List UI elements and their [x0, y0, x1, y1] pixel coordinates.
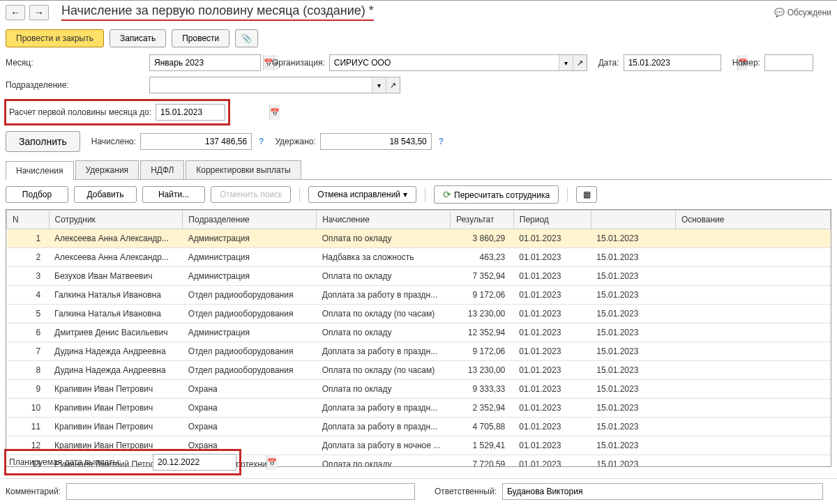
tab-3[interactable]: Корректировки выплаты [186, 160, 301, 179]
comment-input[interactable] [67, 484, 414, 499]
org-input[interactable] [330, 55, 559, 70]
table-row[interactable]: 10Крапивин Иван ПетровичОхранаДоплата за… [7, 399, 831, 418]
table-row[interactable]: 3Безухов Иван МатвеевичАдминистрацияОпла… [7, 267, 831, 286]
calendar-icon[interactable]: 📅 [266, 455, 277, 470]
calendar-icon[interactable]: 📅 [269, 105, 280, 120]
resp-input[interactable] [503, 484, 822, 499]
open-icon[interactable]: ↗ [386, 77, 400, 93]
fill-button[interactable]: Заполнить [6, 131, 80, 152]
table-row[interactable]: 2Алексеева Анна Александр...Администраци… [7, 248, 831, 267]
calc-to-input[interactable] [156, 105, 269, 120]
save-button[interactable]: Записать [110, 29, 166, 47]
table-row[interactable]: 1Алексеева Анна Александр...Администраци… [7, 229, 831, 248]
help-icon[interactable]: ? [439, 137, 444, 146]
table-row[interactable]: 6Дмитриев Денис ВасильевичАдминистрацияО… [7, 323, 831, 342]
dept-input[interactable] [150, 77, 372, 93]
recalc-button[interactable]: ⟳Пересчитать сотрудника [434, 185, 559, 204]
col-header[interactable]: N [7, 211, 50, 229]
chevron-down-icon: ▾ [403, 190, 407, 199]
post-button[interactable]: Провести [172, 29, 229, 47]
table-row[interactable]: 11Крапивин Иван ПетровичОхранаДоплата за… [7, 418, 831, 436]
org-label: Организация: [272, 58, 325, 68]
help-icon[interactable]: ? [259, 137, 264, 146]
calc-to-label: Расчет первой половины месяца до: [9, 107, 151, 117]
tab-0[interactable]: Начисления [6, 161, 74, 180]
resp-label: Ответственный: [435, 487, 497, 496]
col-header[interactable]: Основание [675, 211, 830, 229]
table-row[interactable]: 7Дудина Надежда АндреевнаОтдел радиообор… [7, 342, 831, 361]
tab-2[interactable]: НДФЛ [140, 160, 184, 179]
page-title: Начисление за первую половину месяца (со… [61, 3, 374, 21]
cancel-fix-button[interactable]: Отмена исправлений ▾ [308, 186, 416, 203]
paperclip-icon: 📎 [241, 33, 252, 43]
select-button[interactable]: Подбор [6, 186, 68, 203]
col-header[interactable]: Подразделение [183, 211, 317, 229]
nav-fwd[interactable]: → [29, 5, 49, 20]
plan-date-input[interactable] [153, 455, 266, 470]
col-header[interactable]: Сотрудник [49, 211, 183, 229]
table-row[interactable]: 4Галкина Наталья ИвановнаОтдел радиообор… [7, 286, 831, 305]
comment-label: Комментарий: [6, 487, 61, 496]
month-label: Месяц: [6, 58, 145, 68]
discuss-link[interactable]: 💬 Обсуждени [774, 8, 831, 17]
accrued-value [140, 133, 252, 150]
open-icon[interactable]: ↗ [573, 55, 587, 70]
col-header[interactable]: Период [513, 211, 591, 229]
columns-button[interactable]: ▦ [576, 186, 597, 203]
number-label: Номер: [732, 58, 760, 68]
month-input[interactable] [150, 55, 263, 70]
table-row[interactable]: 8Дудина Надежда АндреевнаОтдел радиообор… [7, 361, 831, 380]
table-row[interactable]: 9Крапивин Иван ПетровичОхранаОплата по о… [7, 380, 831, 399]
post-close-button[interactable]: Провести и закрыть [6, 29, 104, 47]
add-button[interactable]: Добавить [74, 186, 137, 203]
date-input[interactable] [624, 55, 737, 70]
plan-date-label: Планируемая дата выплаты: [9, 457, 149, 467]
columns-icon: ▦ [583, 190, 591, 199]
cancel-search-button: Отменить поиск [211, 186, 291, 203]
dropdown-icon[interactable]: ▾ [372, 77, 386, 93]
find-button[interactable]: Найти... [142, 186, 205, 203]
table-row[interactable]: 5Галкина Наталья ИвановнаОтдел радиообор… [7, 305, 831, 323]
col-header[interactable]: Начисление [317, 211, 451, 229]
col-header[interactable] [591, 211, 675, 229]
tab-1[interactable]: Удержания [75, 160, 140, 179]
nav-back[interactable]: ← [6, 5, 25, 20]
dropdown-icon[interactable]: ▾ [559, 55, 573, 70]
col-header[interactable]: Результат [450, 211, 513, 229]
refresh-icon: ⟳ [443, 189, 451, 200]
dept-label: Подразделение: [6, 80, 145, 90]
date-label: Дата: [598, 58, 619, 68]
withheld-label: Удержано: [275, 137, 315, 146]
accrued-label: Начислено: [91, 137, 136, 146]
attach-button[interactable]: 📎 [235, 29, 258, 47]
withheld-value [320, 133, 432, 150]
speech-icon: 💬 [774, 8, 785, 17]
number-input[interactable] [765, 55, 837, 70]
